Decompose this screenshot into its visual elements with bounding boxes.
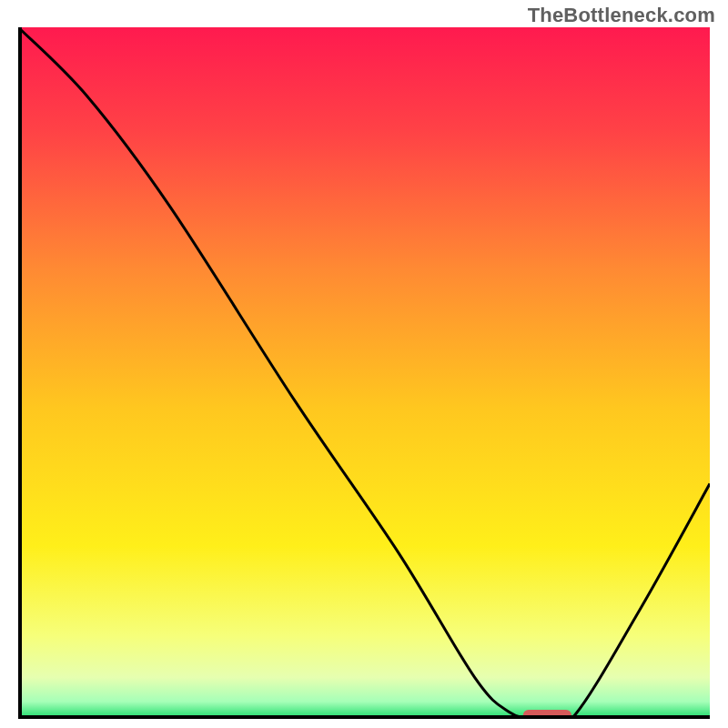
chart-container: TheBottleneck.com (0, 0, 728, 728)
chart-axes (18, 27, 710, 719)
watermark-text: TheBottleneck.com (528, 4, 715, 27)
